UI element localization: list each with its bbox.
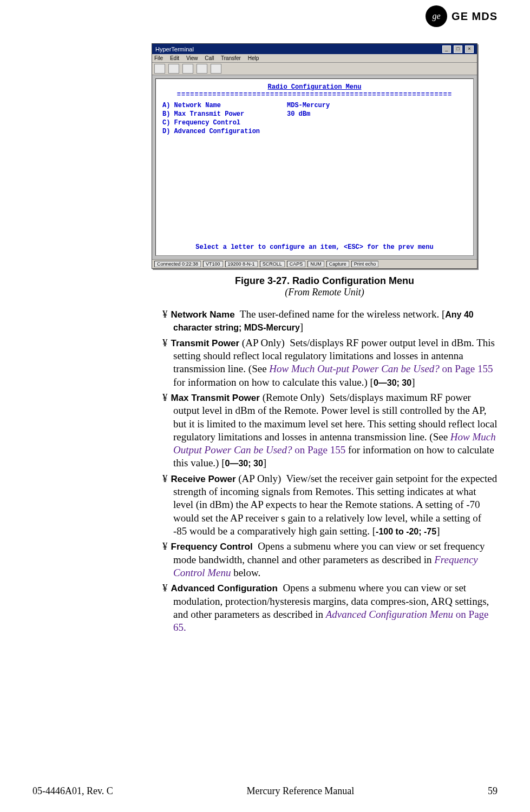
terminal-value-a: MDS-Mercury xyxy=(287,102,330,109)
page: ge GE MDS HyperTerminal _ □ × File Edit … xyxy=(0,0,530,812)
ge-logo-icon: ge xyxy=(426,5,447,27)
menu-edit: Edit xyxy=(170,55,179,61)
status-connected: Connected 0:22:38 xyxy=(154,261,201,267)
terminal-row: D) Advanced Configuration xyxy=(162,128,467,135)
terminal-item-d: D) Advanced Configuration xyxy=(162,128,287,135)
terminal-item-c: C) Frequency Control xyxy=(162,119,287,127)
label-frequency-control: Frequency Control xyxy=(171,542,253,552)
window-controls: _ □ × xyxy=(441,45,474,53)
bullet-marker: ¥ xyxy=(162,337,171,348)
note-max-transmit: (Remote Only) xyxy=(260,392,324,403)
bullet-marker: ¥ xyxy=(162,308,171,320)
terminal-prompt: Select a letter to configure an item, <E… xyxy=(156,243,473,251)
menu-transfer: Transfer xyxy=(221,55,241,61)
terminal-row: A) Network Name MDS-Mercury xyxy=(162,102,467,109)
bullet-marker: ¥ xyxy=(162,582,171,593)
maximize-icon: □ xyxy=(454,45,462,53)
terminal-value-b: 30 dBm xyxy=(287,110,310,118)
menu-call: Call xyxy=(205,55,214,61)
window-titlebar: HyperTerminal _ □ × xyxy=(152,44,477,54)
status-capture: Capture xyxy=(326,261,349,267)
bullet-transmit-power: ¥Transmit Power (AP Only) Sets/displays … xyxy=(152,336,498,389)
figure-subcaption: (From Remote Unit) xyxy=(152,287,498,298)
text-transmit-power-2: for information on how to calculate this… xyxy=(173,377,374,388)
terminal-divider: ========================================… xyxy=(162,91,467,98)
close-icon: × xyxy=(465,45,474,53)
terminal-row: B) Max Transmit Power 30 dBm xyxy=(162,110,467,118)
toolbar-btn xyxy=(197,64,207,74)
constraint-transmit-power: 0—30; 30 xyxy=(374,378,411,387)
note-receive-power: (AP Only) xyxy=(236,473,282,484)
menu-file: File xyxy=(154,55,163,61)
window-title: HyperTerminal xyxy=(155,46,194,52)
window-toolbar xyxy=(152,63,477,75)
toolbar-btn xyxy=(168,64,179,74)
bullet-network-name: ¥Network Name The user-defined name for … xyxy=(152,308,498,334)
toolbar-btn xyxy=(182,64,193,74)
label-transmit-power: Transmit Power xyxy=(171,338,240,348)
terminal-item-b: B) Max Transmit Power xyxy=(162,110,287,118)
window-statusbar: Connected 0:22:38 VT100 19200 8-N-1 SCRO… xyxy=(152,259,477,268)
terminal-area: Radio Configuration Menu ===============… xyxy=(155,78,474,256)
bullet-list: ¥Network Name The user-defined name for … xyxy=(152,308,498,635)
link-page-1: on Page 155 xyxy=(440,363,493,374)
brand-text: GE MDS xyxy=(452,10,498,23)
status-scroll: SCROLL xyxy=(260,261,285,267)
label-network-name: Network Name xyxy=(171,309,235,320)
main-content: HyperTerminal _ □ × File Edit View Call … xyxy=(152,0,498,635)
link-adv-menu: Advanced Configuration Menu xyxy=(326,609,453,620)
status-serial: 19200 8-N-1 xyxy=(225,261,258,267)
bullet-frequency-control: ¥Frequency Control Opens a submenu where… xyxy=(152,540,498,579)
footer-center: Mercury Reference Manual xyxy=(246,785,354,797)
bullet-marker: ¥ xyxy=(162,473,171,484)
link-page-2: on Page 155 xyxy=(292,444,346,455)
terminal-title: Radio Configuration Menu xyxy=(162,83,467,91)
status-emulation: VT100 xyxy=(203,261,223,267)
ge-logo-text: ge xyxy=(433,11,441,21)
minimize-icon: _ xyxy=(442,45,451,53)
link-output-power-1: How Much Out-put Power Can be Used? xyxy=(269,363,440,374)
bullet-advanced-config: ¥Advanced Configuration Opens a submenu … xyxy=(152,582,498,634)
menu-help: Help xyxy=(248,55,259,61)
toolbar-btn xyxy=(154,64,165,74)
bullet-max-transmit-power: ¥Max Transmit Power (Remote Only) Sets/d… xyxy=(152,391,498,470)
label-advanced-config: Advanced Configuration xyxy=(171,583,278,593)
constraint-receive-power: -100 to -20; -75 xyxy=(376,527,436,536)
constraint-max-transmit: 0—30; 30 xyxy=(225,459,263,468)
footer-left: 05-4446A01, Rev. C xyxy=(32,785,113,797)
bullet-receive-power: ¥Receive Power (AP Only) View/set the re… xyxy=(152,472,498,538)
status-caps: CAPS xyxy=(287,261,306,267)
menu-view: View xyxy=(186,55,198,61)
status-print: Print echo xyxy=(351,261,379,267)
status-num: NUM xyxy=(307,261,324,267)
terminal-window: HyperTerminal _ □ × File Edit View Call … xyxy=(152,43,477,269)
terminal-row: C) Frequency Control xyxy=(162,119,467,127)
footer-right: 59 xyxy=(488,785,498,797)
terminal-item-a: A) Network Name xyxy=(162,102,287,109)
header-logo: ge GE MDS xyxy=(426,5,498,27)
bullet-marker: ¥ xyxy=(162,392,171,403)
window-menubar: File Edit View Call Transfer Help xyxy=(152,54,477,63)
label-receive-power: Receive Power xyxy=(171,474,236,484)
toolbar-btn xyxy=(211,64,221,74)
note-transmit-power: (AP Only) xyxy=(239,337,285,348)
figure-caption: Figure 3-27. Radio Configuration Menu xyxy=(152,275,498,287)
text-network-name: The user-defined name for the wireless n… xyxy=(240,308,439,320)
label-max-transmit: Max Transmit Power xyxy=(171,393,260,403)
text-freq-2: below. xyxy=(231,567,260,578)
page-footer: 05-4446A01, Rev. C Mercury Reference Man… xyxy=(32,785,498,797)
bullet-marker: ¥ xyxy=(162,540,171,552)
